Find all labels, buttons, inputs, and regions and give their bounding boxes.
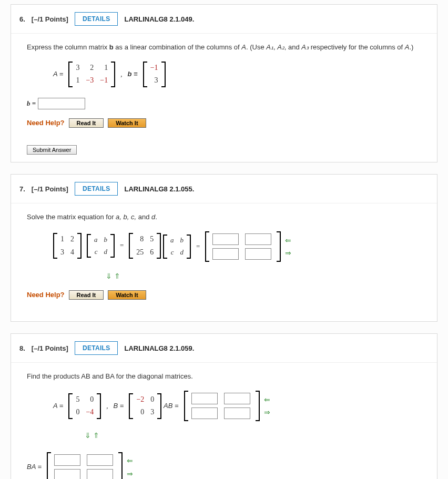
- q7-points: [–/1 Points]: [32, 185, 68, 193]
- q7-matrix-input: ⇐ ⇒: [205, 231, 291, 262]
- question-7: 7. [–/1 Points] DETAILS LARLINALG8 2.1.0…: [11, 174, 437, 322]
- question-6: 6. [–/1 Points] DETAILS LARLINALG8 2.1.0…: [11, 4, 437, 162]
- q6-number: 6.: [19, 15, 25, 23]
- matrix-M1: 1234: [53, 233, 82, 259]
- q8-ref: LARLINALG8 2.1.059.: [124, 344, 194, 352]
- q7-cell-a[interactable]: [212, 233, 239, 245]
- q8-AB-arrows-below: ⇓ ⇑: [85, 430, 421, 441]
- matrix-B: −2003: [129, 393, 161, 419]
- arrow-right-icon[interactable]: ⇒: [127, 468, 133, 479]
- q7-equation: 1234 abcd = 85256: [53, 233, 161, 259]
- q8-matrices: A = 500−4 , B = −2003: [53, 393, 161, 419]
- equals-sign: =: [196, 241, 200, 252]
- q8-ab-12[interactable]: [224, 393, 250, 404]
- matrix-A: 500−4: [68, 393, 101, 419]
- arrow-right-icon[interactable]: ⇒: [264, 406, 270, 418]
- q8-ba-11[interactable]: [54, 454, 80, 466]
- label-A: A =: [53, 69, 63, 80]
- q7-header: 7. [–/1 Points] DETAILS LARLINALG8 2.1.0…: [11, 175, 437, 203]
- q6-ref: LARLINALG8 2.1.049.: [124, 15, 194, 23]
- arrow-up-icon[interactable]: ⇑: [114, 270, 120, 282]
- q7-ref: LARLINALG8 2.1.055.: [124, 185, 194, 193]
- matrix-A: 3211−3−1: [68, 62, 115, 87]
- q6-points: [–/1 Points]: [32, 15, 68, 23]
- arrow-right-icon[interactable]: ⇒: [285, 247, 291, 259]
- q6-header: 6. [–/1 Points] DETAILS LARLINALG8 2.1.0…: [11, 5, 437, 34]
- arrow-left-icon[interactable]: ⇐: [127, 455, 133, 466]
- q8-ba-22[interactable]: [87, 469, 113, 479]
- label-BA: BA =: [27, 462, 42, 473]
- arrow-left-icon[interactable]: ⇐: [285, 235, 291, 246]
- q6-prompt: Express the column matrix b as a linear …: [27, 42, 421, 53]
- q8-AB-row: AB = ⇐ ⇒: [164, 391, 270, 421]
- label-AB: AB =: [164, 401, 179, 412]
- q8-prompt: Find the products AB and BA for the diag…: [27, 371, 421, 382]
- details-button[interactable]: DETAILS: [75, 341, 118, 355]
- need-help-label: Need Help?: [27, 118, 65, 129]
- matrix-b: −13: [143, 62, 166, 87]
- label-A: A =: [53, 401, 63, 412]
- arrow-down-icon[interactable]: ⇓: [106, 270, 112, 282]
- q7-number: 7.: [19, 185, 25, 193]
- arrow-left-icon[interactable]: ⇐: [264, 394, 270, 405]
- label-B: B =: [114, 401, 124, 412]
- need-help-label: Need Help?: [27, 290, 65, 301]
- equals-sign: =: [120, 240, 124, 251]
- need-help-row: Need Help? Read It Watch It: [27, 118, 421, 129]
- question-8: 8. [–/1 Points] DETAILS LARLINALG8 2.1.0…: [11, 333, 437, 479]
- q8-points: [–/1 Points]: [32, 344, 68, 352]
- q6-answer-line: b =: [27, 98, 421, 109]
- q7-cell-c[interactable]: [212, 248, 239, 260]
- q8-BA-row: BA = ⇐ ⇒: [27, 452, 133, 479]
- q8-ab-21[interactable]: [191, 407, 218, 419]
- matrix-M3: 85256: [129, 233, 161, 259]
- matrix-M2: abcd: [87, 234, 115, 258]
- q8-AB-input: ⇐ ⇒: [184, 391, 270, 421]
- q8-header: 8. [–/1 Points] DETAILS LARLINALG8 2.1.0…: [11, 334, 437, 363]
- arrow-up-icon[interactable]: ⇑: [93, 430, 99, 441]
- q6-answer-input[interactable]: [38, 98, 85, 109]
- q7-cell-b[interactable]: [245, 233, 271, 245]
- q6-matrices: A = 3211−3−1 , b = −13: [53, 62, 166, 87]
- read-it-button[interactable]: Read It: [69, 290, 104, 300]
- label-b: b =: [127, 69, 137, 80]
- watch-it-button[interactable]: Watch It: [108, 290, 146, 300]
- q7-prompt: Solve the matrix equation for a, b, c, a…: [27, 212, 421, 223]
- q8-ab-11[interactable]: [191, 393, 218, 404]
- q8-ba-21[interactable]: [54, 469, 80, 479]
- b-equals-label: b =: [27, 99, 36, 107]
- q8-ab-22[interactable]: [224, 407, 250, 419]
- watch-it-button[interactable]: Watch It: [108, 118, 146, 128]
- q7-cell-d[interactable]: [245, 248, 271, 260]
- read-it-button[interactable]: Read It: [69, 118, 104, 128]
- arrow-down-icon[interactable]: ⇓: [85, 430, 91, 441]
- q7-arrows-below: ⇓ ⇑: [106, 270, 421, 282]
- matrix-abcd-label: abcd: [163, 235, 191, 259]
- q8-ba-12[interactable]: [87, 454, 113, 466]
- q8-number: 8.: [19, 344, 25, 352]
- submit-answer-button[interactable]: Submit Answer: [27, 145, 77, 155]
- need-help-row: Need Help? Read It Watch It: [27, 290, 421, 301]
- details-button[interactable]: DETAILS: [75, 182, 118, 196]
- q7-answer-matrix: abcd = ⇐ ⇒: [163, 231, 291, 262]
- details-button[interactable]: DETAILS: [75, 12, 118, 26]
- q8-BA-input: ⇐ ⇒: [47, 452, 133, 479]
